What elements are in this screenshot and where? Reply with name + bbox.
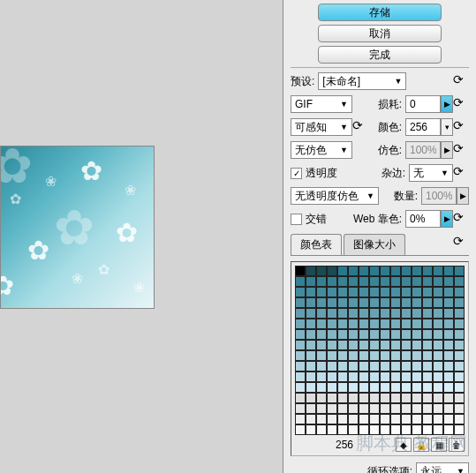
color-swatch[interactable] [422, 329, 433, 340]
color-swatch[interactable] [295, 382, 306, 393]
color-swatch[interactable] [327, 340, 337, 350]
color-swatch[interactable] [306, 329, 316, 340]
color-swatch[interactable] [454, 403, 465, 414]
interlaced-checkbox[interactable] [291, 214, 302, 225]
color-swatch[interactable] [348, 414, 359, 424]
color-swatch[interactable] [401, 414, 412, 424]
color-swatch[interactable] [295, 414, 306, 424]
color-swatch[interactable] [390, 414, 401, 424]
color-swatch[interactable] [295, 287, 306, 297]
color-swatch[interactable] [412, 287, 422, 297]
color-swatch[interactable] [433, 403, 443, 414]
color-swatch[interactable] [412, 266, 422, 276]
color-swatch[interactable] [401, 382, 412, 393]
lossy-link-icon[interactable]: ⟳ [453, 95, 469, 113]
lossy-spinner[interactable]: ▶ [441, 95, 453, 113]
color-swatch[interactable] [295, 372, 306, 382]
color-swatch[interactable] [443, 297, 454, 308]
color-swatch[interactable] [337, 319, 348, 329]
color-swatch[interactable] [433, 350, 443, 361]
color-swatch[interactable] [401, 319, 412, 329]
color-swatch[interactable] [390, 382, 401, 393]
snap-web-icon[interactable]: ◆ [396, 438, 412, 452]
colors-link-icon[interactable]: ⟳ [453, 118, 469, 136]
color-swatch[interactable] [295, 350, 306, 361]
color-swatch[interactable] [316, 276, 327, 287]
color-swatch[interactable] [443, 287, 454, 297]
color-swatch[interactable] [401, 329, 412, 340]
color-swatch[interactable] [327, 372, 337, 382]
color-swatch[interactable] [443, 403, 454, 414]
save-button[interactable]: 存储 [318, 4, 442, 21]
algorithm-link-icon[interactable]: ⟳ [352, 118, 368, 136]
color-swatch[interactable] [443, 266, 454, 276]
color-swatch[interactable] [443, 424, 454, 435]
color-swatch[interactable] [380, 414, 390, 424]
color-swatch[interactable] [412, 372, 422, 382]
color-swatch[interactable] [295, 403, 306, 414]
color-swatch[interactable] [401, 287, 412, 297]
color-swatch[interactable] [337, 308, 348, 319]
color-swatch[interactable] [433, 287, 443, 297]
color-swatch[interactable] [412, 329, 422, 340]
color-swatch[interactable] [316, 297, 327, 308]
color-swatch[interactable] [316, 372, 327, 382]
color-swatch[interactable] [390, 287, 401, 297]
color-swatch[interactable] [443, 329, 454, 340]
color-swatch[interactable] [337, 276, 348, 287]
color-swatch[interactable] [306, 287, 316, 297]
color-swatch[interactable] [316, 287, 327, 297]
color-swatch[interactable] [337, 340, 348, 350]
preset-menu-icon[interactable]: ⟳ [453, 72, 469, 90]
color-swatch[interactable] [369, 297, 380, 308]
color-swatch[interactable] [348, 382, 359, 393]
color-swatch[interactable] [316, 361, 327, 372]
color-swatch[interactable] [390, 266, 401, 276]
color-swatch[interactable] [348, 266, 359, 276]
color-swatch[interactable] [454, 350, 465, 361]
color-swatch[interactable] [359, 350, 369, 361]
color-swatch[interactable] [412, 308, 422, 319]
color-swatch[interactable] [433, 361, 443, 372]
color-swatch[interactable] [316, 266, 327, 276]
color-swatch[interactable] [348, 403, 359, 414]
color-swatch[interactable] [412, 403, 422, 414]
color-swatch[interactable] [412, 361, 422, 372]
lossy-input[interactable] [405, 95, 441, 113]
color-swatch[interactable] [295, 276, 306, 287]
color-swatch[interactable] [337, 403, 348, 414]
color-swatch[interactable] [359, 297, 369, 308]
color-swatch[interactable] [412, 276, 422, 287]
color-swatch[interactable] [390, 297, 401, 308]
color-swatch[interactable] [369, 308, 380, 319]
color-swatch[interactable] [380, 329, 390, 340]
color-swatch[interactable] [337, 382, 348, 393]
color-swatch[interactable] [337, 266, 348, 276]
color-swatch[interactable] [380, 393, 390, 403]
color-swatch[interactable] [433, 372, 443, 382]
color-swatch[interactable] [454, 361, 465, 372]
color-swatch[interactable] [390, 424, 401, 435]
color-swatch[interactable] [306, 361, 316, 372]
color-swatch[interactable] [380, 287, 390, 297]
color-swatch[interactable] [295, 424, 306, 435]
lock-color-icon[interactable]: 🔒 [413, 438, 429, 452]
color-swatch[interactable] [401, 297, 412, 308]
color-swatch[interactable] [327, 297, 337, 308]
color-swatch[interactable] [369, 403, 380, 414]
colors-input[interactable] [405, 118, 441, 136]
color-swatch[interactable] [454, 297, 465, 308]
color-swatch[interactable] [380, 361, 390, 372]
color-swatch[interactable] [316, 308, 327, 319]
color-swatch[interactable] [454, 276, 465, 287]
color-swatch[interactable] [433, 340, 443, 350]
color-swatch[interactable] [306, 393, 316, 403]
color-swatch[interactable] [390, 276, 401, 287]
color-swatch[interactable] [348, 297, 359, 308]
color-swatch[interactable] [412, 393, 422, 403]
color-swatch[interactable] [316, 414, 327, 424]
preset-select[interactable]: [未命名]▼ [318, 72, 406, 90]
color-swatch[interactable] [306, 308, 316, 319]
color-swatch[interactable] [327, 361, 337, 372]
color-swatch[interactable] [422, 403, 433, 414]
